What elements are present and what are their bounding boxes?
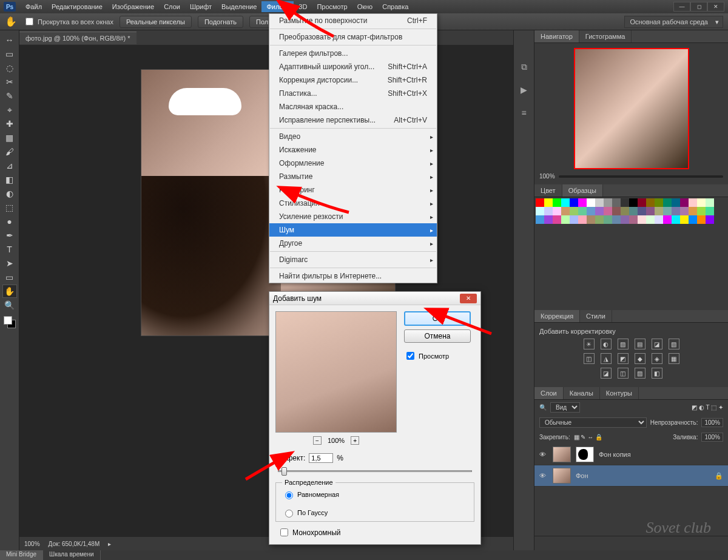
menu-item[interactable]: Размытие (269, 170, 437, 183)
tool-button[interactable]: ✂ (2, 75, 17, 89)
menu-файл[interactable]: Файл (21, 1, 47, 12)
styles-tab[interactable]: Стили (580, 310, 612, 322)
swatch[interactable] (544, 198, 553, 207)
swatch[interactable] (578, 215, 587, 224)
tool-button[interactable]: ◧ (2, 173, 17, 186)
visibility-icon[interactable]: 👁 (539, 472, 548, 479)
swatch[interactable] (578, 207, 587, 215)
histogram-tab[interactable]: Гистограмма (579, 30, 632, 42)
swatch[interactable] (553, 207, 561, 215)
swatch[interactable] (663, 215, 672, 224)
channels-tab[interactable]: Каналы (564, 387, 600, 399)
timeline-tab[interactable]: Шкала времени (43, 550, 100, 560)
swatch[interactable] (689, 207, 697, 215)
swatch[interactable] (536, 207, 544, 215)
minimize-button[interactable]: — (673, 2, 690, 12)
menu-item[interactable]: Преобразовать для смарт-фильтров (269, 30, 437, 44)
swatch[interactable] (553, 198, 561, 207)
tool-button[interactable]: 🖌 (2, 145, 17, 158)
fg-bg-swatch[interactable] (4, 316, 16, 328)
menu-item[interactable]: Искажение (269, 143, 437, 157)
swatch[interactable] (587, 215, 595, 224)
menu-item[interactable]: Исправление перспективы...Alt+Ctrl+V (269, 113, 437, 127)
swatch[interactable] (655, 215, 663, 224)
menu-item[interactable]: Пластика...Shift+Ctrl+X (269, 87, 437, 100)
tool-button[interactable]: ▭ (2, 271, 17, 284)
effect-input[interactable] (309, 453, 333, 463)
swatch[interactable] (646, 198, 655, 207)
tool-button[interactable]: ✎ (2, 89, 17, 103)
swatch[interactable] (578, 198, 587, 207)
swatch[interactable] (646, 207, 655, 215)
effect-slider[interactable] (278, 467, 472, 475)
history-icon[interactable]: ⧉ (518, 61, 530, 73)
tool-button[interactable]: ● (2, 215, 17, 228)
properties-icon[interactable]: ≡ (518, 107, 530, 119)
maximize-button[interactable]: ◻ (690, 2, 707, 12)
swatch[interactable] (706, 207, 714, 215)
dialog-titlebar[interactable]: Добавить шум ✕ (269, 292, 480, 305)
tool-button[interactable]: ▦ (2, 131, 17, 144)
menu-item[interactable]: Шум (269, 223, 437, 237)
swatch[interactable] (706, 198, 714, 207)
menu-item[interactable]: Рендеринг (269, 183, 437, 197)
menu-item[interactable]: Другое (269, 237, 437, 250)
swatch[interactable] (570, 198, 578, 207)
monochrome-checkbox[interactable]: Монохромный (269, 525, 480, 544)
swatch[interactable] (638, 198, 646, 207)
menu-фильтр[interactable]: Фильтр (261, 1, 294, 12)
uniform-radio[interactable]: Равномерная (282, 490, 468, 499)
navigator-zoom-slider[interactable] (559, 175, 723, 178)
menu-справка[interactable]: Справка (377, 1, 413, 12)
menu-item[interactable]: Галерея фильтров... (269, 47, 437, 60)
close-button[interactable]: ✕ (707, 2, 724, 12)
navigator-tab[interactable]: Навигатор (534, 30, 579, 42)
swatch[interactable] (612, 215, 621, 224)
menu-просмотр[interactable]: Просмотр (312, 1, 352, 12)
swatches-tab[interactable]: Образцы (562, 184, 603, 197)
cancel-button[interactable]: Отмена (404, 329, 471, 343)
swatch[interactable] (655, 198, 663, 207)
menu-item[interactable]: Масляная краска... (269, 100, 437, 113)
menu-item[interactable]: Видео (269, 130, 437, 143)
swatch[interactable] (638, 215, 646, 224)
swatch[interactable] (706, 215, 714, 224)
swatch[interactable] (629, 215, 638, 224)
swatch[interactable] (629, 198, 638, 207)
swatch[interactable] (680, 215, 689, 224)
ok-button[interactable]: ОК (404, 311, 471, 326)
scroll-all-checkbox[interactable]: Прокрутка во всех окнах (23, 16, 113, 27)
tool-button[interactable]: ✒ (2, 229, 17, 242)
swatch[interactable] (697, 207, 706, 215)
tool-button[interactable]: 🔍 (2, 299, 17, 312)
menu-item[interactable]: Усиление резкости (269, 210, 437, 223)
swatch[interactable] (595, 215, 604, 224)
actions-icon[interactable]: ▶ (518, 84, 530, 96)
swatch[interactable] (672, 215, 680, 224)
tool-button[interactable]: T (2, 243, 17, 256)
menu-item[interactable]: Digimarc (269, 253, 437, 266)
swatch[interactable] (689, 215, 697, 224)
swatch[interactable] (629, 207, 638, 215)
preview-checkbox[interactable]: Просмотр (404, 350, 471, 362)
navigator-thumbnail[interactable] (574, 48, 689, 169)
paths-tab[interactable]: Контуры (600, 387, 639, 399)
layer-filter-dropdown[interactable]: Вид (550, 402, 580, 413)
swatch[interactable] (621, 215, 629, 224)
menu-редактирование[interactable]: Редактирование (47, 1, 107, 12)
document-tab[interactable]: фото.jpg @ 100% (Фон, RGB/8#) * (19, 32, 136, 44)
tool-button[interactable]: ⌖ (2, 103, 17, 116)
visibility-icon[interactable]: 👁 (539, 451, 548, 458)
swatch[interactable] (697, 215, 706, 224)
swatch[interactable] (595, 207, 604, 215)
layers-tab[interactable]: Слои (534, 387, 564, 399)
tool-button[interactable]: ↔ (2, 33, 17, 47)
workspace-dropdown[interactable]: Основная рабочая среда (624, 16, 723, 28)
menu-item[interactable]: Коррекция дисторсии...Shift+Ctrl+R (269, 73, 437, 87)
zoom-out-button[interactable]: − (313, 436, 322, 445)
color-tab[interactable]: Цвет (534, 184, 562, 197)
menu-слои[interactable]: Слои (159, 1, 185, 12)
menu-шрифт[interactable]: Шрифт (185, 1, 217, 12)
swatch[interactable] (604, 198, 612, 207)
blend-mode-dropdown[interactable]: Обычные (539, 417, 647, 428)
